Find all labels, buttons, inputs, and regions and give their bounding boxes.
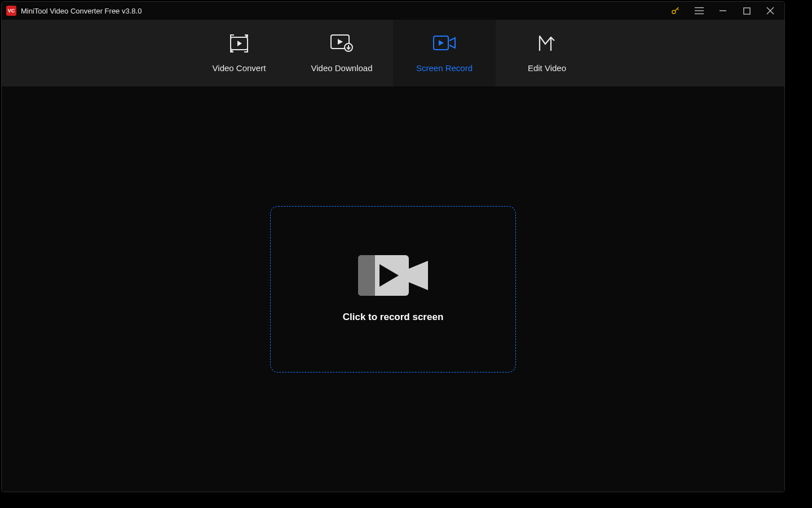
app-window: VC MiniTool Video Converter Free v3.8.0 [1, 1, 785, 492]
app-logo-icon: VC [6, 6, 16, 16]
maximize-button[interactable] [742, 6, 752, 16]
tab-label: Video Convert [213, 63, 266, 73]
svg-marker-9 [237, 41, 242, 46]
svg-marker-11 [338, 39, 343, 45]
svg-marker-19 [409, 261, 428, 290]
record-screen-dropzone[interactable]: Click to record screen [270, 206, 516, 373]
screen-record-icon [432, 34, 457, 52]
tab-screen-record[interactable]: Screen Record [393, 20, 496, 86]
video-camera-icon [358, 255, 428, 296]
main-toolbar: Video Convert Video Download [2, 20, 784, 86]
download-icon [329, 34, 354, 52]
close-button[interactable] [765, 6, 775, 16]
window-controls [670, 6, 780, 16]
key-icon[interactable] [670, 6, 681, 16]
record-cta-label: Click to record screen [343, 312, 444, 323]
svg-rect-5 [743, 7, 749, 14]
content-area: Click to record screen [2, 86, 784, 492]
app-title: MiniTool Video Converter Free v3.8.0 [21, 7, 142, 15]
tab-label: Video Download [311, 63, 373, 73]
tab-label: Edit Video [528, 63, 566, 73]
tab-video-download[interactable]: Video Download [290, 20, 393, 86]
tab-label: Screen Record [416, 63, 473, 73]
menu-icon[interactable] [694, 6, 704, 16]
convert-icon [228, 34, 250, 52]
svg-marker-14 [439, 40, 444, 46]
titlebar: VC MiniTool Video Converter Free v3.8.0 [2, 2, 784, 20]
minimize-button[interactable] [718, 6, 728, 16]
tab-edit-video[interactable]: Edit Video [496, 20, 598, 86]
tab-video-convert[interactable]: Video Convert [188, 20, 290, 86]
svg-rect-17 [370, 255, 375, 296]
edit-video-icon [537, 34, 557, 52]
svg-point-0 [672, 10, 676, 14]
